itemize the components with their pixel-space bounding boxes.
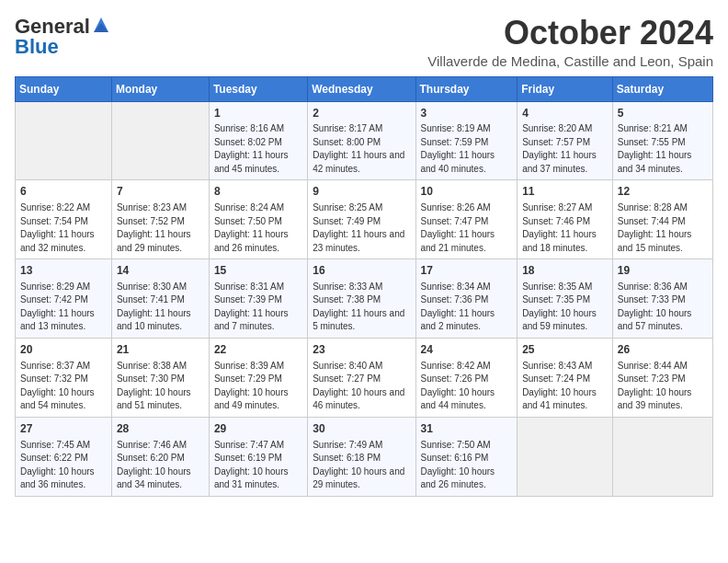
calendar-cell: 28Sunrise: 7:46 AMSunset: 6:20 PMDayligh… xyxy=(111,417,209,496)
calendar-cell: 24Sunrise: 8:42 AMSunset: 7:26 PMDayligh… xyxy=(415,338,518,417)
cell-content: Sunrise: 7:49 AMSunset: 6:18 PMDaylight:… xyxy=(313,439,410,492)
cell-content: Sunrise: 8:44 AMSunset: 7:23 PMDaylight:… xyxy=(618,360,708,413)
page-header: General Blue October 2024 Villaverde de … xyxy=(15,15,713,69)
calendar-cell: 19Sunrise: 8:36 AMSunset: 7:33 PMDayligh… xyxy=(612,259,712,339)
calendar-cell: 11Sunrise: 8:27 AMSunset: 7:46 PMDayligh… xyxy=(518,180,613,259)
calendar-header-row: SundayMondayTuesdayWednesdayThursdayFrid… xyxy=(16,76,713,101)
cell-content: Sunrise: 8:38 AMSunset: 7:30 PMDaylight:… xyxy=(117,360,204,413)
day-number: 4 xyxy=(522,106,608,121)
cell-content: Sunrise: 8:23 AMSunset: 7:52 PMDaylight:… xyxy=(117,201,204,255)
column-header-thursday: Thursday xyxy=(415,76,518,101)
column-header-monday: Monday xyxy=(111,76,209,101)
day-number: 17 xyxy=(421,263,513,279)
day-number: 26 xyxy=(618,342,708,358)
cell-content: Sunrise: 8:24 AMSunset: 7:50 PMDaylight:… xyxy=(214,201,302,255)
calendar-cell: 20Sunrise: 8:37 AMSunset: 7:32 PMDayligh… xyxy=(16,338,112,417)
calendar-cell xyxy=(111,101,209,180)
day-number: 23 xyxy=(313,342,410,358)
calendar-cell: 4Sunrise: 8:20 AMSunset: 7:57 PMDaylight… xyxy=(518,101,613,180)
cell-content: Sunrise: 8:30 AMSunset: 7:41 PMDaylight:… xyxy=(117,281,204,334)
cell-content: Sunrise: 8:21 AMSunset: 7:55 PMDaylight:… xyxy=(618,122,708,176)
day-number: 22 xyxy=(214,342,302,358)
calendar-cell: 30Sunrise: 7:49 AMSunset: 6:18 PMDayligh… xyxy=(308,417,415,496)
day-number: 18 xyxy=(522,263,608,279)
day-number: 6 xyxy=(20,184,107,200)
cell-content: Sunrise: 8:37 AMSunset: 7:32 PMDaylight:… xyxy=(20,360,107,413)
calendar-cell: 5Sunrise: 8:21 AMSunset: 7:55 PMDaylight… xyxy=(612,101,712,180)
calendar-cell: 10Sunrise: 8:26 AMSunset: 7:47 PMDayligh… xyxy=(415,180,518,259)
calendar-cell xyxy=(612,417,712,496)
cell-content: Sunrise: 8:42 AMSunset: 7:26 PMDaylight:… xyxy=(421,360,513,413)
day-number: 20 xyxy=(20,342,107,358)
calendar-cell: 13Sunrise: 8:29 AMSunset: 7:42 PMDayligh… xyxy=(16,259,112,339)
calendar-cell: 12Sunrise: 8:28 AMSunset: 7:44 PMDayligh… xyxy=(612,180,712,259)
day-number: 2 xyxy=(313,106,410,121)
day-number: 11 xyxy=(522,184,608,200)
cell-content: Sunrise: 8:19 AMSunset: 7:59 PMDaylight:… xyxy=(421,122,513,176)
cell-content: Sunrise: 8:25 AMSunset: 7:49 PMDaylight:… xyxy=(313,201,410,255)
calendar-cell: 23Sunrise: 8:40 AMSunset: 7:27 PMDayligh… xyxy=(308,338,415,417)
calendar-cell: 1Sunrise: 8:16 AMSunset: 8:02 PMDaylight… xyxy=(209,101,307,180)
column-header-tuesday: Tuesday xyxy=(209,76,307,101)
calendar-week-row: 1Sunrise: 8:16 AMSunset: 8:02 PMDaylight… xyxy=(16,101,713,180)
column-header-friday: Friday xyxy=(518,76,613,101)
day-number: 8 xyxy=(214,184,302,200)
day-number: 13 xyxy=(20,263,107,279)
cell-content: Sunrise: 8:26 AMSunset: 7:47 PMDaylight:… xyxy=(421,201,513,255)
cell-content: Sunrise: 8:33 AMSunset: 7:38 PMDaylight:… xyxy=(313,281,410,334)
calendar-cell: 29Sunrise: 7:47 AMSunset: 6:19 PMDayligh… xyxy=(209,417,307,496)
day-number: 3 xyxy=(421,106,513,121)
cell-content: Sunrise: 8:20 AMSunset: 7:57 PMDaylight:… xyxy=(522,122,608,176)
calendar-cell: 26Sunrise: 8:44 AMSunset: 7:23 PMDayligh… xyxy=(612,338,712,417)
calendar-cell: 14Sunrise: 8:30 AMSunset: 7:41 PMDayligh… xyxy=(111,259,209,339)
calendar-cell: 8Sunrise: 8:24 AMSunset: 7:50 PMDaylight… xyxy=(209,180,307,259)
calendar-cell: 25Sunrise: 8:43 AMSunset: 7:24 PMDayligh… xyxy=(518,338,613,417)
cell-content: Sunrise: 8:36 AMSunset: 7:33 PMDaylight:… xyxy=(618,281,708,334)
day-number: 12 xyxy=(618,184,708,200)
calendar-week-row: 27Sunrise: 7:45 AMSunset: 6:22 PMDayligh… xyxy=(16,417,713,496)
calendar-cell xyxy=(16,101,112,180)
calendar-cell xyxy=(518,417,613,496)
day-number: 24 xyxy=(421,342,513,358)
cell-content: Sunrise: 8:27 AMSunset: 7:46 PMDaylight:… xyxy=(522,201,608,255)
cell-content: Sunrise: 8:34 AMSunset: 7:36 PMDaylight:… xyxy=(421,281,513,334)
day-number: 30 xyxy=(313,421,410,437)
cell-content: Sunrise: 7:45 AMSunset: 6:22 PMDaylight:… xyxy=(20,439,107,492)
column-header-sunday: Sunday xyxy=(16,76,112,101)
calendar-cell: 22Sunrise: 8:39 AMSunset: 7:29 PMDayligh… xyxy=(209,338,307,417)
column-header-saturday: Saturday xyxy=(612,76,712,101)
day-number: 10 xyxy=(421,184,513,200)
cell-content: Sunrise: 7:50 AMSunset: 6:16 PMDaylight:… xyxy=(421,439,513,492)
logo: General Blue xyxy=(15,15,110,59)
day-number: 16 xyxy=(313,263,410,279)
day-number: 9 xyxy=(313,184,410,200)
day-number: 15 xyxy=(214,263,302,279)
title-area: October 2024 Villaverde de Medina, Casti… xyxy=(427,15,713,69)
cell-content: Sunrise: 8:39 AMSunset: 7:29 PMDaylight:… xyxy=(214,360,302,413)
logo-blue-text: Blue xyxy=(15,35,59,59)
calendar-cell: 27Sunrise: 7:45 AMSunset: 6:22 PMDayligh… xyxy=(16,417,112,496)
calendar-cell: 16Sunrise: 8:33 AMSunset: 7:38 PMDayligh… xyxy=(308,259,415,339)
month-title: October 2024 xyxy=(427,15,713,52)
location-title: Villaverde de Medina, Castille and Leon,… xyxy=(427,53,713,69)
calendar-week-row: 13Sunrise: 8:29 AMSunset: 7:42 PMDayligh… xyxy=(16,259,713,339)
cell-content: Sunrise: 8:40 AMSunset: 7:27 PMDaylight:… xyxy=(313,360,410,413)
day-number: 29 xyxy=(214,421,302,437)
svg-marker-1 xyxy=(94,23,108,32)
cell-content: Sunrise: 8:35 AMSunset: 7:35 PMDaylight:… xyxy=(522,281,608,334)
cell-content: Sunrise: 8:28 AMSunset: 7:44 PMDaylight:… xyxy=(618,201,708,255)
day-number: 27 xyxy=(20,421,107,437)
day-number: 14 xyxy=(117,263,204,279)
calendar-cell: 7Sunrise: 8:23 AMSunset: 7:52 PMDaylight… xyxy=(111,180,209,259)
day-number: 25 xyxy=(522,342,608,358)
cell-content: Sunrise: 8:22 AMSunset: 7:54 PMDaylight:… xyxy=(20,201,107,255)
calendar-cell: 17Sunrise: 8:34 AMSunset: 7:36 PMDayligh… xyxy=(415,259,518,339)
day-number: 7 xyxy=(117,184,204,200)
calendar-cell: 2Sunrise: 8:17 AMSunset: 8:00 PMDaylight… xyxy=(308,101,415,180)
day-number: 1 xyxy=(214,106,302,121)
column-header-wednesday: Wednesday xyxy=(308,76,415,101)
calendar-week-row: 6Sunrise: 8:22 AMSunset: 7:54 PMDaylight… xyxy=(16,180,713,259)
calendar-week-row: 20Sunrise: 8:37 AMSunset: 7:32 PMDayligh… xyxy=(16,338,713,417)
cell-content: Sunrise: 8:17 AMSunset: 8:00 PMDaylight:… xyxy=(313,122,410,176)
cell-content: Sunrise: 8:29 AMSunset: 7:42 PMDaylight:… xyxy=(20,281,107,334)
